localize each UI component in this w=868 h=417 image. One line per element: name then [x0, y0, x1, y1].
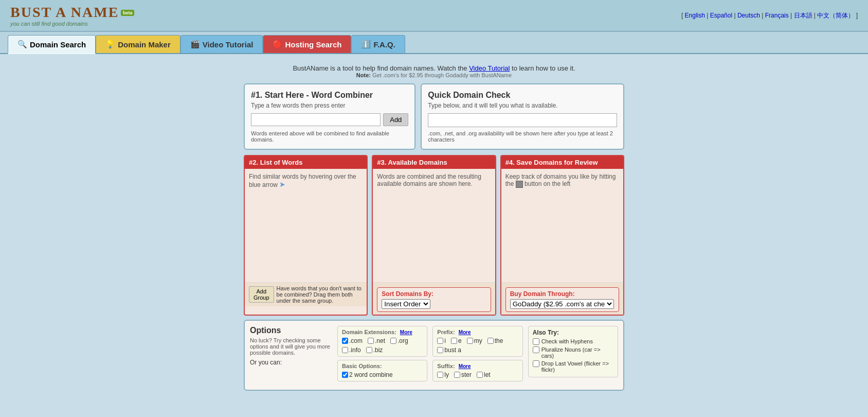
ext-net-checkbox[interactable] [368, 338, 374, 344]
lang-deutsch[interactable]: Deutsch [737, 12, 760, 19]
hyphens-item: Check with Hyphens [533, 338, 613, 345]
drop-vowel-item: Drop Last Vowel (flicker => flickr) [533, 360, 613, 373]
three-col-wrap: #2. List of Words Find similar words by … [244, 155, 624, 316]
prefix-group: Prefix: More i e [432, 326, 522, 357]
nav-tabs: 🔍 Domain Search 💡 Domain Maker 🎬 Video T… [0, 32, 868, 54]
pluralize-label: Pluralize Nouns (car => cars) [541, 346, 613, 359]
extensions-title: Domain Extensions: More [342, 329, 423, 335]
intro-text-before: BustAName is a tool to help find domain … [293, 64, 467, 72]
ext-org-label: .org [397, 337, 408, 344]
save-domains-text2: button on the left [525, 180, 570, 187]
tab-domain-maker[interactable]: 💡 Domain Maker [96, 35, 180, 53]
basic-options-checkboxes: 2 word combine [342, 371, 423, 378]
top-section: #1. Start Here - Word Combiner Type a fe… [244, 83, 624, 150]
suffix-let-checkbox[interactable] [477, 372, 483, 378]
options-or-label: Or you can: [250, 359, 332, 366]
word-combiner-title: #1. Start Here - Word Combiner [251, 91, 408, 100]
availability-text: .com, .net, and .org availability will b… [428, 130, 617, 143]
drop-vowel-label: Drop Last Vowel (flicker => flickr) [541, 360, 613, 373]
lang-japanese[interactable]: 日本語 [794, 12, 812, 19]
ext-info-label: .info [349, 346, 361, 354]
hyphens-checkbox[interactable] [533, 338, 539, 345]
also-try-title: Also Try: [533, 329, 613, 336]
two-word-label: 2 word combine [349, 371, 393, 378]
logo-area: BUST A NAME beta you can still find good… [10, 4, 134, 27]
pluralize-checkbox[interactable] [533, 346, 539, 353]
buy-select[interactable]: GoDaddy ($2.95 .com's at cheNamecheapReg… [510, 299, 614, 309]
two-word-checkbox[interactable] [342, 372, 348, 378]
extensions-more-link[interactable]: More [400, 329, 412, 335]
add-word-button[interactable]: Add [383, 113, 408, 126]
prefix-my-checkbox[interactable] [467, 338, 473, 344]
tab-faq[interactable]: ℹ️ F.A.Q. [351, 35, 405, 53]
prefix-e-checkbox[interactable] [451, 338, 457, 344]
options-prefix-section: Prefix: More i e [432, 326, 522, 385]
suffix-ly-label: ly [444, 371, 449, 378]
ext-info-checkbox[interactable] [342, 347, 348, 353]
ext-org-checkbox[interactable] [390, 338, 396, 344]
lang-francais[interactable]: Français [765, 12, 789, 19]
save-domains-header: #4. Save Domains for Review [501, 156, 623, 169]
suffix-ly-checkbox[interactable] [437, 372, 443, 378]
word-input-row: Add [251, 113, 408, 126]
tab-domain-search[interactable]: 🔍 Domain Search [8, 35, 96, 54]
prefix-busta-checkbox[interactable] [437, 347, 443, 353]
ext-biz-label: .biz [373, 346, 383, 354]
available-domains-header: #3. Available Domains [373, 156, 495, 169]
prefix-my-item: my [467, 337, 482, 344]
word-combiner-helper: Words entered above will be combined to … [251, 130, 408, 143]
video-icon: 🎬 [190, 40, 200, 49]
list-of-words-body: Find similar words by hovering over the … [245, 169, 367, 282]
drop-vowel-checkbox[interactable] [533, 360, 539, 367]
sort-select[interactable]: Insert OrderAlphabeticalLengthAvailabili… [382, 299, 430, 309]
blue-arrow-icon: ➤ [279, 180, 285, 188]
prefix-more-link[interactable]: More [459, 329, 471, 335]
video-tutorial-link[interactable]: Video Tutorial [469, 64, 510, 72]
options-grid: Options No luck? Try checking some optio… [250, 326, 618, 385]
options-also-section: Also Try: Check with Hyphens Pluralize N… [528, 326, 618, 385]
logo-text: BUST A NAME [10, 4, 119, 20]
suffix-more-link[interactable]: More [459, 363, 471, 369]
buy-label: Buy Domain Through: [510, 290, 614, 298]
suffix-group: Suffix: More ly ster [432, 360, 522, 381]
suffix-ster-checkbox[interactable] [454, 372, 460, 378]
list-of-words-footer: Add Group Have words that you don't want… [245, 282, 367, 306]
save-button-icon [516, 181, 523, 188]
basic-options-title: Basic Options: [342, 363, 423, 369]
lang-english[interactable]: English [685, 12, 705, 19]
word-combiner-subtitle: Type a few words then press enter [251, 102, 408, 109]
word-input[interactable] [251, 113, 381, 126]
language-nav: [ English | Español | Deutsch | Français… [681, 11, 858, 20]
ext-com-checkbox[interactable] [342, 338, 348, 344]
search-icon: 🔍 [17, 40, 27, 49]
ext-biz-checkbox[interactable] [366, 347, 372, 353]
quick-check-input[interactable] [428, 113, 617, 127]
save-domains-body: Keep track of domains you like by hittin… [501, 169, 623, 282]
suffix-let-label: let [484, 371, 491, 378]
domain-extensions-group: Domain Extensions: More .com .net [337, 326, 427, 357]
prefix-i-item: i [437, 337, 446, 344]
three-col-boxes: #2. List of Words Find similar words by … [244, 155, 624, 316]
options-title: Options [250, 326, 332, 335]
prefix-the-checkbox[interactable] [487, 338, 494, 344]
lang-chinese[interactable]: 中文（简体） [817, 12, 854, 19]
available-domains-box: #3. Available Domains Words are combined… [372, 155, 496, 316]
available-domains-text: Words are combined and the resulting ava… [377, 173, 481, 187]
pluralize-item: Pluralize Nouns (car => cars) [533, 346, 613, 359]
ext-net-label: .net [375, 337, 385, 344]
prefix-busta-item: bust a [437, 346, 461, 354]
tab-video-tutorial[interactable]: 🎬 Video Tutorial [180, 35, 263, 53]
available-domains-footer: Sort Domains By: Insert OrderAlphabetica… [373, 282, 495, 315]
tab-hosting-search[interactable]: 🔴 Hosting Search [263, 35, 351, 53]
quick-domain-check-box: Quick Domain Check Type below, and it wi… [421, 83, 624, 150]
list-of-words-header: #2. List of Words [245, 156, 367, 169]
info-icon: ℹ️ [361, 40, 371, 49]
extensions-checkboxes: .com .net .org .info [342, 337, 423, 354]
tab-faq-label: F.A.Q. [373, 40, 395, 49]
suffix-let-item: let [477, 371, 491, 378]
prefix-the-item: the [487, 337, 503, 344]
lang-espanol[interactable]: Español [710, 12, 732, 19]
tab-video-tutorial-label: Video Tutorial [203, 40, 254, 49]
add-group-button[interactable]: Add Group [249, 286, 274, 303]
prefix-i-checkbox[interactable] [437, 338, 443, 344]
